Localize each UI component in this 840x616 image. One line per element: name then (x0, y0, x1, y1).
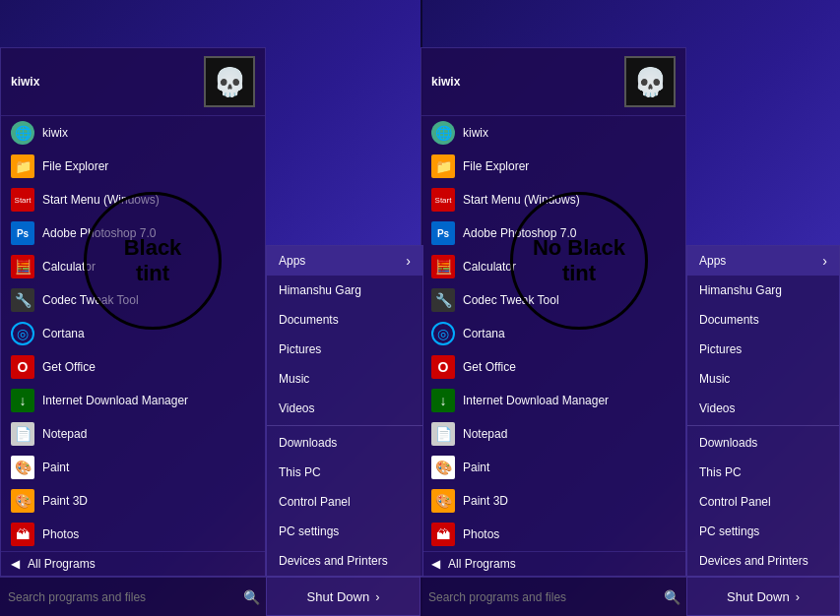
videos-label-right: Videos (699, 401, 735, 415)
submenu-downloads-left[interactable]: Downloads (267, 428, 422, 458)
submenu-pcsettings-left[interactable]: PC settings (267, 517, 422, 546)
submenu-thispc-left[interactable]: This PC (267, 458, 422, 487)
skull-icon-left: 💀 (213, 66, 247, 98)
submenu-apps-left[interactable]: Apps (267, 246, 422, 276)
submenu-videos-right[interactable]: Videos (687, 394, 839, 423)
idm-label-left: Internet Download Manager (42, 394, 188, 407)
menu-item-cortana-left[interactable]: ◎ Cortana (1, 317, 265, 350)
menu-item-cortana-right[interactable]: ◎ Cortana (421, 317, 685, 350)
submenu-videos-left[interactable]: Videos (267, 394, 422, 423)
submenu-himanshu-right[interactable]: Himanshu Garg (687, 276, 839, 305)
paint-icon-right: 🎨 (431, 456, 455, 479)
search-bar-right: 🔍 (420, 577, 686, 616)
menu-item-kiwix-right[interactable]: 🌐 kiwix (421, 116, 685, 150)
start-menu-left: kiwix 💀 🌐 kiwix 📁 File Explorer Start St… (0, 47, 266, 577)
menu-item-notepad-right[interactable]: 📄 Notepad (421, 417, 685, 451)
submenu-music-left[interactable]: Music (267, 364, 422, 394)
submenu-himanshu-left[interactable]: Himanshu Garg (267, 276, 422, 305)
search-input-right[interactable] (420, 590, 657, 604)
all-programs-left[interactable]: ◀ All Programs (1, 551, 265, 576)
codec-icon-left: 🔧 (11, 288, 34, 312)
menu-item-codec-left[interactable]: 🔧 Codec Tweak Tool (1, 283, 265, 317)
menu-item-paint-left[interactable]: 🎨 Paint (1, 451, 265, 484)
thispc-label-left: This PC (279, 465, 321, 479)
submenu-music-right[interactable]: Music (687, 364, 839, 394)
menu-item-office-right[interactable]: O Get Office (421, 350, 685, 384)
submenu-control-right[interactable]: Control Panel (687, 487, 839, 517)
explorer-icon-left: 📁 (11, 154, 34, 178)
submenu-control-left[interactable]: Control Panel (267, 487, 422, 517)
submenu-devices-left[interactable]: Devices and Printers (267, 546, 422, 576)
menu-item-photos-right[interactable]: 🏔 Photos (421, 518, 685, 551)
submenu-downloads-right[interactable]: Downloads (687, 428, 839, 458)
kiwix-icon-right: 🌐 (431, 121, 455, 145)
devices-label-left: Devices and Printers (279, 554, 388, 568)
cortana-label-left: Cortana (42, 327, 85, 340)
pictures-label-left: Pictures (279, 342, 321, 356)
downloads-label-right: Downloads (699, 436, 757, 450)
photoshop-label-right: Adobe Photoshop 7.0 (463, 226, 576, 240)
menu-item-office-left[interactable]: O Get Office (1, 350, 265, 384)
menu-item-paint-right[interactable]: 🎨 Paint (421, 451, 685, 484)
submenu-pictures-right[interactable]: Pictures (687, 335, 839, 364)
shutdown-button-right[interactable]: Shut Down › (686, 577, 840, 616)
menu-item-idm-right[interactable]: ↓ Internet Download Manager (421, 384, 685, 417)
calc-label-right: Calculator (463, 260, 516, 274)
himanshu-label-right: Himanshu Garg (699, 283, 782, 297)
paint-icon-left: 🎨 (11, 456, 34, 479)
shutdown-arrow-right: › (796, 589, 800, 604)
all-programs-label-right: All Programs (448, 557, 516, 571)
devices-label-right: Devices and Printers (699, 554, 808, 568)
submenu-pictures-left[interactable]: Pictures (267, 335, 422, 364)
all-programs-right[interactable]: ◀ All Programs (421, 551, 685, 576)
cortana-label-right: Cortana (463, 327, 505, 340)
apps-submenu-left: Apps Himanshu Garg Documents Pictures Mu… (266, 245, 423, 577)
search-bar-left: 🔍 (0, 577, 266, 616)
paint-label-right: Paint (463, 461, 489, 474)
calc-label-left: Calculator (42, 260, 96, 274)
menu-item-photos-left[interactable]: 🏔 Photos (1, 518, 265, 551)
menu-item-explorer-right[interactable]: 📁 File Explorer (421, 150, 685, 183)
paint-label-left: Paint (42, 461, 69, 474)
menu-item-codec-right[interactable]: 🔧 Codec Tweak Tool (421, 283, 685, 317)
idm-icon-left: ↓ (11, 389, 34, 412)
menu-item-idm-left[interactable]: ↓ Internet Download Manager (1, 384, 265, 417)
apps-submenu-right: Apps Himanshu Garg Documents Pictures Mu… (686, 245, 840, 577)
menu-item-start-right[interactable]: Start Start Menu (Windows) (421, 183, 685, 216)
notepad-icon-right: 📄 (431, 422, 455, 446)
control-label-right: Control Panel (699, 495, 771, 509)
menu-item-notepad-left[interactable]: 📄 Notepad (1, 417, 265, 451)
menu-item-explorer-left[interactable]: 📁 File Explorer (1, 150, 265, 183)
shutdown-label-right: Shut Down (727, 589, 790, 604)
submenu-thispc-right[interactable]: This PC (687, 458, 839, 487)
photos-label-right: Photos (463, 527, 499, 541)
submenu-documents-right[interactable]: Documents (687, 305, 839, 335)
submenu-devices-right[interactable]: Devices and Printers (687, 546, 839, 576)
apps-label-right: Apps (699, 254, 726, 268)
photoshop-label-left: Adobe Photoshop 7.0 (42, 226, 156, 240)
office-icon-left: O (11, 355, 34, 379)
menu-item-paint3d-left[interactable]: 🎨 Paint 3D (1, 484, 265, 518)
explorer-icon-right: 📁 (431, 154, 455, 178)
submenu-apps-right[interactable]: Apps (687, 246, 839, 276)
pictures-label-right: Pictures (699, 342, 742, 356)
menu-item-calc-right[interactable]: 🧮 Calculator (421, 250, 685, 283)
menu-item-photoshop-left[interactable]: Ps Adobe Photoshop 7.0 (1, 216, 265, 250)
kiwix-icon-left: 🌐 (11, 121, 34, 145)
codec-label-right: Codec Tweak Tool (463, 293, 559, 307)
shutdown-button-left[interactable]: Shut Down › (266, 577, 420, 616)
submenu-pcsettings-right[interactable]: PC settings (687, 517, 839, 546)
kiwix-label-left: kiwix (42, 126, 68, 140)
submenu-documents-left[interactable]: Documents (267, 305, 422, 335)
menu-item-kiwix-left[interactable]: 🌐 kiwix (1, 116, 265, 150)
search-input-left[interactable] (0, 590, 236, 604)
menu-item-calc-left[interactable]: 🧮 Calculator (1, 250, 265, 283)
paint3d-icon-right: 🎨 (431, 489, 455, 513)
search-icon-left: 🔍 (236, 583, 266, 612)
menu-item-paint3d-right[interactable]: 🎨 Paint 3D (421, 484, 685, 518)
start-menu-right: kiwix 💀 🌐 kiwix 📁 File Explorer Start St… (420, 47, 686, 577)
office-label-right: Get Office (463, 360, 516, 374)
documents-label-left: Documents (279, 313, 339, 327)
menu-item-start-left[interactable]: Start Start Menu (Windows) (1, 183, 265, 216)
menu-item-photoshop-right[interactable]: Ps Adobe Photoshop 7.0 (421, 216, 685, 250)
